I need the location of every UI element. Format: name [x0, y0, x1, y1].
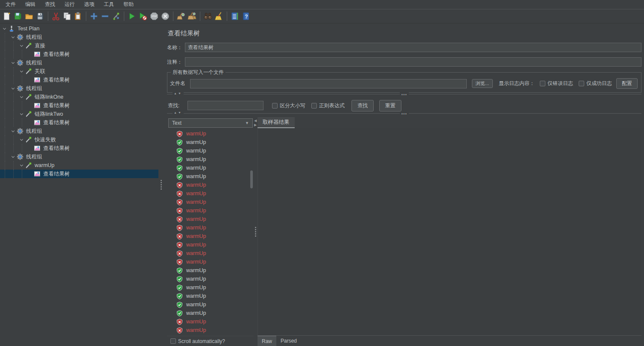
result-row-14[interactable]: warmUp [167, 240, 254, 249]
chevron-down-icon[interactable] [18, 162, 25, 169]
tree-item-查看结果树[interactable]: 查看结果树 [0, 144, 158, 152]
start-no-timers-icon[interactable] [138, 11, 149, 22]
filename-input[interactable] [190, 79, 467, 88]
tree-item-链路linkone[interactable]: 链路linkOne [0, 93, 158, 101]
result-row-2[interactable]: warmUp [167, 138, 254, 147]
results-splitter[interactable]: ◀▶ [254, 116, 258, 346]
new-file-icon[interactable] [1, 11, 12, 22]
case-sensitive-checkbox[interactable] [272, 103, 278, 108]
result-row-5[interactable]: warmUp [167, 164, 254, 172]
regex-checkbox[interactable] [311, 103, 317, 108]
chevron-down-icon[interactable] [18, 136, 25, 143]
help-icon[interactable]: ? [240, 11, 252, 22]
configure-button[interactable]: 配置 [616, 78, 638, 89]
menu-item-6[interactable]: 帮助 [119, 0, 138, 9]
chevron-down-icon[interactable] [9, 128, 16, 135]
result-row-19[interactable]: warmUp [167, 283, 254, 292]
result-row-12[interactable]: warmUp [167, 223, 254, 232]
tree-item-线程组[interactable]: 线程组 [0, 33, 158, 41]
result-row-1[interactable]: warmUp [167, 129, 254, 138]
result-row-3[interactable]: warmUp [167, 147, 254, 155]
chevron-down-icon[interactable] [18, 94, 25, 100]
tab-raw[interactable]: Raw [258, 336, 276, 346]
collapse-arrows-icon[interactable]: ◀▶ [254, 119, 257, 127]
splitter-arrows-icon[interactable]: ▲▼ [173, 111, 184, 114]
menu-item-1[interactable]: 编辑 [20, 0, 40, 9]
result-row-24[interactable]: warmUp [167, 326, 254, 334]
clear-icon[interactable] [176, 11, 187, 22]
menu-item-2[interactable]: 查找 [40, 0, 60, 9]
result-row-18[interactable]: warmUp [167, 275, 254, 283]
chevron-down-icon[interactable] [9, 59, 16, 66]
tab-sampler-result[interactable]: 取样器结果 [258, 117, 295, 128]
menu-item-4[interactable]: 选项 [79, 0, 99, 9]
comment-input[interactable] [185, 57, 641, 67]
horizontal-splitter-1[interactable]: ▲▼ ••• [167, 93, 641, 97]
tree-item-查看结果树[interactable]: 查看结果树 [0, 76, 158, 84]
chevron-down-icon[interactable] [9, 85, 16, 92]
menu-item-0[interactable]: 文件 [1, 0, 20, 9]
horizontal-splitter-2[interactable]: ▲▼ ••• [167, 112, 641, 116]
result-row-20[interactable]: warmUp [167, 292, 254, 300]
tree-item-test-plan[interactable]: Test Plan [0, 24, 158, 33]
copy-icon[interactable] [61, 11, 73, 22]
tree-item-查看结果树[interactable]: 查看结果树 [0, 101, 158, 110]
tree-item-直接[interactable]: 直接 [0, 41, 158, 50]
chevron-down-icon[interactable] [9, 34, 16, 41]
result-row-22[interactable]: warmUp [167, 309, 254, 317]
errors-only-checkbox[interactable] [540, 81, 545, 86]
result-row-13[interactable]: warmUp [167, 232, 254, 240]
view-mode-select[interactable]: Text ▼ [168, 118, 253, 128]
result-row-11[interactable]: warmUp [167, 215, 254, 223]
clear-search-icon[interactable] [214, 11, 225, 22]
result-row-4[interactable]: warmUp [167, 155, 254, 164]
save-icon[interactable] [35, 11, 46, 22]
result-row-17[interactable]: warmUp [167, 266, 254, 275]
result-row-25[interactable]: warmUp [167, 334, 254, 336]
chevron-down-icon[interactable] [18, 111, 25, 117]
edit-arrows-icon[interactable] [111, 11, 122, 22]
menu-item-5[interactable]: 工具 [99, 0, 119, 9]
cut-icon[interactable] [50, 11, 61, 22]
find-button[interactable]: 查找 [351, 100, 374, 111]
search-icon[interactable] [202, 11, 214, 22]
clear-all-icon[interactable] [187, 11, 198, 22]
tree-item-线程组[interactable]: 线程组 [0, 152, 158, 161]
start-icon[interactable] [126, 11, 138, 22]
success-only-checkbox[interactable] [579, 81, 584, 86]
tree-item-线程组[interactable]: 线程组 [0, 127, 158, 135]
templates-icon[interactable] [12, 11, 23, 22]
tree-item-线程组[interactable]: 线程组 [0, 84, 158, 93]
result-row-6[interactable]: warmUp [167, 172, 254, 181]
function-helper-icon[interactable] [229, 11, 240, 22]
menu-item-3[interactable]: 运行 [60, 0, 79, 9]
result-row-9[interactable]: warmUp [167, 198, 254, 206]
add-icon[interactable] [88, 11, 100, 22]
name-input[interactable] [185, 43, 641, 52]
result-row-23[interactable]: warmUp [167, 317, 254, 326]
browse-button[interactable]: 浏览... [472, 79, 493, 88]
tree-splitter[interactable] [158, 23, 164, 346]
tree-item-查看结果树[interactable]: 查看结果树 [0, 170, 158, 178]
tree-item-查看结果树[interactable]: 查看结果树 [0, 118, 158, 127]
search-input[interactable] [187, 101, 263, 110]
tree-item-链路linktwo[interactable]: 链路linkTwo [0, 110, 158, 118]
chevron-down-icon[interactable] [18, 68, 25, 75]
result-row-15[interactable]: warmUp [167, 249, 254, 258]
tree-item-warmup[interactable]: warmUp [0, 161, 158, 170]
tree-item-关联[interactable]: 关联 [0, 67, 158, 76]
chevron-down-icon[interactable] [18, 42, 25, 49]
open-icon[interactable] [23, 11, 35, 22]
results-scrollbar[interactable] [250, 170, 253, 188]
tree-item-查看结果树[interactable]: 查看结果树 [0, 50, 158, 59]
tree-item-线程组[interactable]: 线程组 [0, 59, 158, 67]
scroll-automatically-checkbox[interactable] [170, 338, 176, 344]
result-row-8[interactable]: warmUp [167, 189, 254, 198]
remove-icon[interactable] [100, 11, 111, 22]
reset-button[interactable]: 重置 [379, 100, 401, 111]
tab-parsed[interactable]: Parsed [276, 336, 301, 346]
result-row-7[interactable]: warmUp [167, 181, 254, 189]
stop-icon[interactable]: STOP [149, 11, 160, 22]
tree-item-快速失败[interactable]: 快速失败 [0, 135, 158, 144]
result-row-21[interactable]: warmUp [167, 300, 254, 309]
